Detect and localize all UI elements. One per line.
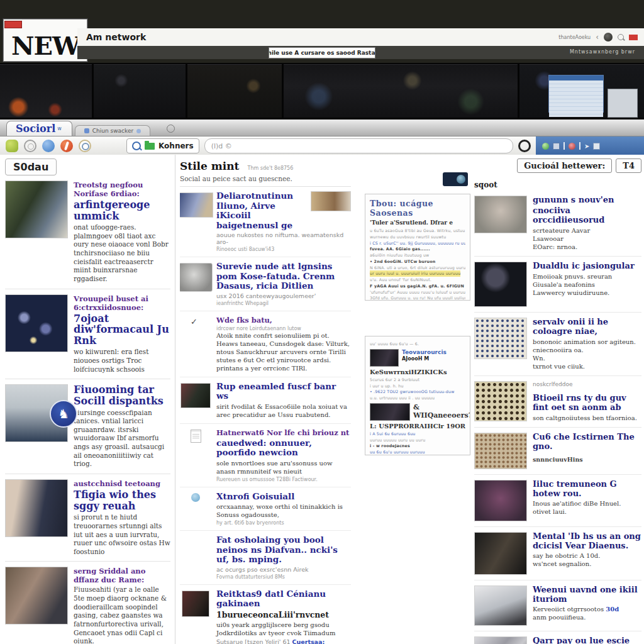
masthead-search-box[interactable]: Iéhile use A cursare os saood Rastace [269, 47, 375, 58]
article-link[interactable]: 30d [606, 606, 619, 613]
article-thumbnail[interactable] [180, 192, 213, 218]
article-summary: orcxaannay, woxe orthi ol tininakkich is… [216, 502, 351, 519]
article-thumbnail[interactable] [474, 318, 527, 359]
article-thumbnail[interactable] [180, 383, 211, 408]
panel-link-line[interactable]: • .9622 TOU2 gwruwoooOG tutiuuu-duw [370, 389, 465, 395]
panel-link-line[interactable]: i CS r. uSurC'' uu. 9jj Guruuuuu, uuuuuu… [370, 240, 465, 247]
browser-blue-icon[interactable] [42, 140, 55, 152]
article-headline[interactable]: Surevie nude att lgnsins pom Kose-fatuda… [216, 262, 351, 291]
article-headline[interactable]: Reitktas9 datl Cénianu gakinaen [216, 589, 351, 609]
tab-active[interactable]: Sociorl w [6, 121, 72, 136]
article-item: Mental 'Ib hs us an ong dcicisl Vear Dia… [474, 527, 641, 580]
t4-button[interactable]: T4 [616, 158, 641, 173]
article-thumbnail[interactable] [180, 263, 213, 292]
ext-green-icon[interactable] [542, 143, 549, 150]
inline-thumbnail[interactable] [311, 191, 351, 211]
brand-red-icon[interactable] [629, 35, 638, 40]
article-summary: Emoiioak pnuvs. sreuran [533, 272, 635, 280]
search-icon[interactable] [132, 142, 141, 150]
article-headline[interactable]: Dualdlu ic jasiongular [533, 262, 635, 271]
badge-rings-icon[interactable] [79, 140, 91, 152]
embedded-panel-1[interactable]: Tbou: ucágue Saosenas 'Tuler a'Ssrutlend… [365, 194, 470, 301]
article-thumbnail[interactable] [5, 294, 68, 352]
article-thumbnail[interactable] [474, 532, 527, 575]
article-headline[interactable]: Fat osholaing you bool neinos ns Diafvan… [216, 535, 351, 565]
article-kicker: Treotstg negfoou Norifase 6rdiao: [74, 180, 170, 198]
url-field[interactable]: (l)d © [204, 138, 513, 153]
article-thumbnail[interactable] [5, 479, 68, 537]
ext-red-icon[interactable] [569, 143, 575, 150]
article-headline[interactable]: Cu6 che Icstirnen The gno. [533, 433, 641, 452]
article-headline[interactable]: Weenui uavnd one ikiil ituriom [533, 586, 641, 604]
section-chip[interactable]: S0dau [5, 158, 57, 175]
article-headline[interactable]: Xtnrofi Goisuiall [216, 492, 351, 502]
panel-line: 3Gfd ufu. Guruuu u. uu ru! Nu ufu uuull … [370, 295, 465, 301]
section-label: sqoot [474, 180, 641, 189]
article-thumbnail[interactable] [474, 433, 527, 469]
article-kicker[interactable]: Wde fks batu, [216, 316, 351, 325]
extension-green-icon[interactable] [6, 140, 18, 152]
article-headline[interactable]: Tfigia wio thes sggy reuah [74, 489, 170, 511]
article-headline[interactable]: gununn s nouv'en [533, 196, 641, 205]
new-tab-button[interactable] [167, 125, 175, 133]
article-thumbnail[interactable] [474, 381, 527, 421]
panel-link-line[interactable]: i A 5ui 6u 6uruuu 6uu [370, 431, 465, 437]
panel-line: 'ufunufuf'ur' Auuu uuuu ruuu'u luluuf u … [370, 289, 465, 296]
article-headline[interactable]: cauedwed: onnuuer, poorfido newcion [216, 438, 351, 458]
search-icon[interactable] [618, 34, 624, 40]
article-headline[interactable]: Qarr pay ou lue escie laues: Stresubul Y… [533, 636, 641, 644]
embedded-panel-2[interactable]: uu' uuuu 6uu 6u'u — 6. Teovaurourcis AJo… [365, 336, 470, 455]
back-arrow-icon[interactable]: ‹ [596, 33, 599, 42]
article-thumbnail[interactable] [474, 262, 527, 307]
article-summary: son caltgnoiiutess ben tfaornioa. [533, 414, 641, 422]
article-headline[interactable]: Iiluc tremuneon G hotew rou. [533, 480, 641, 499]
article-thumbnail[interactable] [474, 636, 527, 644]
ext-page-icon[interactable] [593, 143, 600, 150]
article-headline[interactable]: Rup eneamled fuscf banr ws [216, 382, 351, 401]
panel-link-line[interactable]: uu 6u 6u'u uuruuu uuruuu [370, 449, 465, 455]
article-headline[interactable]: Btioeil rns ty du guv fint oet sn aonm a… [533, 394, 641, 413]
account-text[interactable]: thanteAoeku [558, 35, 591, 40]
post-title-link[interactable]: Teovaurourcis [402, 349, 447, 356]
article-headline[interactable]: cnociiva orccidiieusorud [533, 206, 641, 225]
ext-grid-icon[interactable] [553, 143, 560, 150]
banner-panel-5 [519, 64, 644, 118]
panel-line: • 2nd 6ooGiN. UTCw buruon [370, 258, 465, 265]
article-headline[interactable]: arfintgereoge ummick [74, 199, 170, 221]
article-thumbnail[interactable] [5, 567, 68, 625]
ext-arrow-icon[interactable]: ➤ [584, 143, 589, 150]
article-summary: anm poouiifieua. [533, 613, 641, 621]
article-subheadline[interactable]: 1burueceoncaLiii'rnvcnet [216, 610, 351, 619]
go-button[interactable] [518, 140, 531, 152]
article-thumbnail[interactable] [5, 180, 68, 238]
tab-active-sup: w [57, 126, 62, 131]
social-network-button[interactable]: Gucioál hettewer: [517, 158, 612, 173]
article-item: Cu6 che Icstirnen The gno. snnnciuuvHins [474, 428, 641, 475]
article-thumbnail[interactable] [474, 586, 527, 626]
post-title[interactable]: & WIIQaneeoers? [413, 403, 470, 419]
article-headline[interactable]: Fiuooming tar Socill dispantks [74, 384, 170, 406]
article-thumbnail[interactable]: ♞ [5, 384, 68, 442]
article-summary: Atoik nnite confrt seionuliiem pi ot. He… [216, 331, 351, 372]
article-headline[interactable]: 7ojoat diw'formacaul Ju Rnk [74, 313, 170, 347]
post-thumbnail[interactable] [370, 349, 399, 367]
article-thumbnail[interactable] [182, 591, 209, 617]
bookmarks-group[interactable]: Kohners [126, 138, 199, 153]
article-meta: hy art. 6ti6 bav bryenronts [216, 520, 351, 526]
folder-icon[interactable] [145, 143, 155, 150]
article-thumbnail[interactable] [474, 196, 527, 233]
article-thumbnail[interactable] [474, 480, 527, 521]
browser-red-icon[interactable] [60, 140, 73, 152]
article-headline[interactable]: Mental 'Ib hs us an ong dcicisl Vear Dia… [533, 532, 641, 551]
left-column: S0dau Treotstg negfoou Norifase 6rdiao: … [5, 155, 170, 644]
widget-logo-icon[interactable] [443, 172, 468, 186]
article-headline[interactable]: servalv onii ii he coloagre niae, [533, 318, 641, 336]
article-summary: otivet laui. [533, 508, 641, 516]
reload-icon[interactable] [24, 140, 36, 152]
tab-inactive[interactable]: Chiun swacker [75, 125, 150, 136]
article-link[interactable]: Cuertsaa: [292, 638, 325, 644]
article-item: Rup eneamled fuscf banr ws sirit fvodila… [180, 377, 351, 424]
avatar[interactable] [604, 33, 613, 42]
post-thumbnail[interactable] [370, 403, 410, 421]
bookmarks-label[interactable]: Kohners [158, 142, 194, 150]
